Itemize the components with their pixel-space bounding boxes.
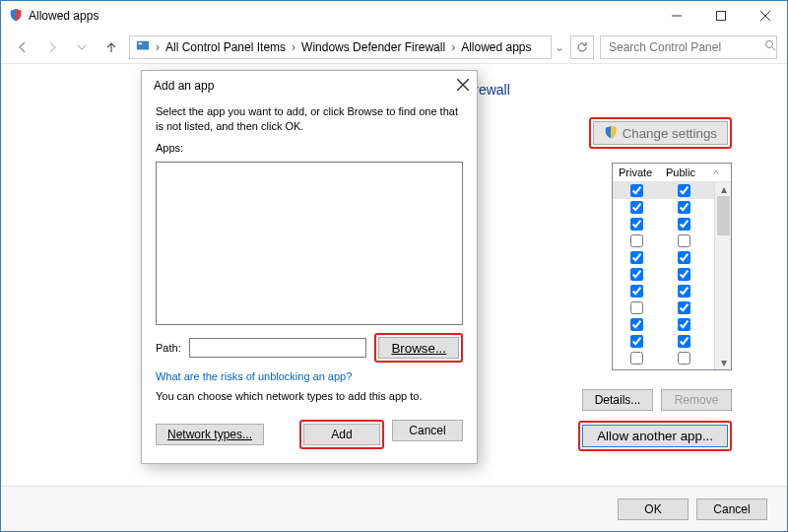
table-row[interactable] [613,182,731,199]
public-checkbox[interactable] [678,251,690,264]
table-row[interactable] [613,233,731,249]
table-row[interactable] [613,299,731,316]
private-checkbox[interactable] [630,285,643,298]
footer: OK Cancel [1,486,787,531]
browse-button[interactable]: Browse... [378,337,459,359]
scroll-down-button[interactable]: ▾ [715,356,731,369]
add-app-dialog: Add an app Select the app you want to ad… [141,70,478,464]
network-types-button[interactable]: Network types... [156,424,264,445]
add-button[interactable]: Add [303,424,380,445]
apps-label: Apps: [156,142,463,154]
ok-button[interactable]: OK [618,499,689,520]
breadcrumb[interactable]: Windows Defender Firewall [301,40,445,54]
dialog-instruction: Select the app you want to add, or click… [156,104,463,134]
path-label: Path: [156,342,181,354]
private-checkbox[interactable] [630,218,643,231]
window: Allowed apps › All Control Panel Items ›… [0,0,788,532]
cancel-button[interactable]: Cancel [696,499,767,520]
apps-listbox[interactable] [156,162,463,325]
dialog-cancel-button[interactable]: Cancel [392,420,463,441]
private-checkbox[interactable] [630,234,643,247]
public-checkbox[interactable] [678,285,690,298]
private-checkbox[interactable] [630,251,643,264]
svg-point-3 [766,41,773,48]
highlight-box: Allow another app... [578,421,732,451]
change-settings-button[interactable]: Change settings [593,121,728,145]
dialog-close-button[interactable] [457,79,469,94]
highlight-box: Browse... [374,333,463,363]
apps-table: Private Public ▴ ▾ [612,163,732,370]
table-row[interactable] [613,266,731,283]
window-title: Allowed apps [29,9,98,23]
remove-button[interactable]: Remove [661,389,732,411]
network-types-note: You can choose which network types to ad… [156,390,463,402]
maximize-button[interactable] [698,1,743,31]
public-checkbox[interactable] [678,234,690,247]
svg-rect-2 [139,42,143,44]
forward-button[interactable] [40,35,64,59]
highlight-box: Add [299,420,384,449]
search-box[interactable] [600,35,777,59]
dialog-title: Add an app [154,79,214,93]
address-bar[interactable]: › All Control Panel Items › Windows Defe… [129,35,552,59]
private-checkbox[interactable] [630,335,643,348]
private-checkbox[interactable] [630,184,643,197]
search-icon [764,39,776,54]
column-header-public[interactable]: Public [660,164,707,181]
scroll-up-button[interactable]: ▴ [715,182,731,196]
change-settings-label: Change settings [623,126,717,141]
minimize-button[interactable] [654,1,698,31]
details-button[interactable]: Details... [582,389,653,411]
table-row[interactable] [613,333,731,350]
scrollbar-thumb[interactable] [717,196,730,235]
column-header-private[interactable]: Private [613,164,660,181]
table-row[interactable] [613,199,731,216]
scrollbar[interactable]: ▴ ▾ [714,182,731,369]
public-checkbox[interactable] [678,184,690,197]
refresh-button[interactable] [570,35,594,59]
navbar: › All Control Panel Items › Windows Defe… [1,31,787,64]
private-checkbox[interactable] [630,318,643,331]
column-scroll-indicator [707,164,725,181]
public-checkbox[interactable] [678,201,690,214]
table-row[interactable] [613,249,731,266]
breadcrumb[interactable]: Allowed apps [461,40,531,54]
control-panel-icon [136,38,150,55]
app-icon [9,8,23,25]
back-button[interactable] [11,35,34,59]
svg-rect-1 [137,41,149,50]
private-checkbox[interactable] [630,268,643,281]
up-button[interactable] [99,35,123,59]
shield-icon [604,125,618,142]
search-input[interactable] [607,39,758,55]
public-checkbox[interactable] [678,218,690,231]
highlight-box: Change settings [589,117,732,149]
private-checkbox[interactable] [630,201,643,214]
breadcrumb[interactable]: All Control Panel Items [165,40,286,54]
table-row[interactable] [613,316,731,333]
table-row[interactable] [613,350,731,366]
close-button[interactable] [743,1,787,31]
recent-dropdown[interactable] [70,35,94,59]
table-row[interactable] [613,216,731,233]
public-checkbox[interactable] [678,268,690,281]
private-checkbox[interactable] [630,301,643,314]
path-input[interactable] [189,338,367,358]
titlebar: Allowed apps [1,1,787,31]
allow-another-app-button[interactable]: Allow another app... [582,425,728,447]
risks-link[interactable]: What are the risks of unblocking an app? [156,370,463,382]
public-checkbox[interactable] [678,301,690,314]
public-checkbox[interactable] [678,335,690,348]
table-row[interactable] [613,283,731,299]
svg-rect-0 [716,12,725,21]
public-checkbox[interactable] [678,352,690,365]
private-checkbox[interactable] [630,352,643,365]
public-checkbox[interactable] [678,318,690,331]
